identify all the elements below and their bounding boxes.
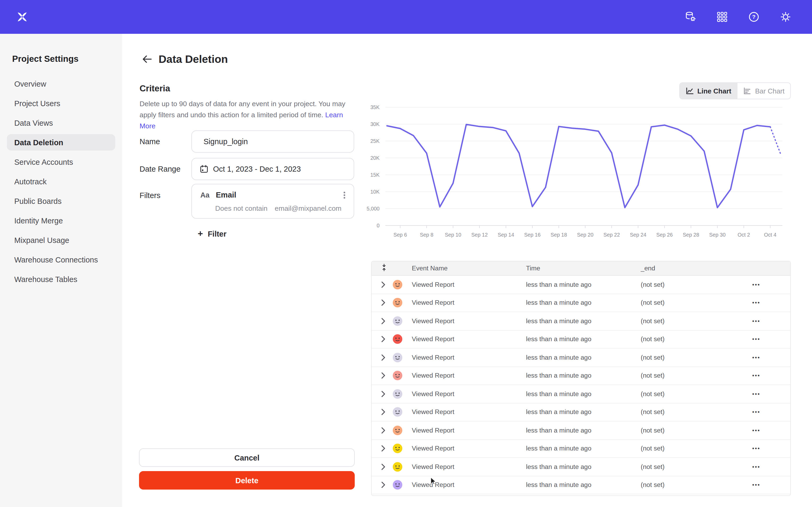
row-expand-chevron-icon[interactable] [380,444,387,453]
row-expand-chevron-icon[interactable] [380,317,387,325]
row-menu-icon[interactable]: ••• [752,355,760,360]
event-name-cell: Viewed Report [412,463,454,470]
mouse-cursor [430,477,437,487]
sidebar-nav: OverviewProject UsersData ViewsData Dele… [0,75,122,287]
avatar [393,353,402,362]
row-menu-icon[interactable]: ••• [752,391,760,397]
row-menu-icon[interactable]: ••• [752,428,760,433]
avatar [393,280,402,289]
avatar [393,407,402,417]
help-icon[interactable]: ? [743,6,764,27]
data-deletion-page: ? Project Settings OverviewProject Users… [0,0,812,507]
event-name-cell: Viewed Report [412,427,454,434]
row-expand-chevron-icon[interactable] [380,353,387,362]
filter-menu-icon[interactable] [343,191,346,200]
svg-text:Sep 16: Sep 16 [524,232,541,238]
sidebar-item-autotrack[interactable]: Autotrack [7,173,115,189]
sidebar-item-data-deletion[interactable]: Data Deletion [7,134,115,151]
filters-label: Filters [140,191,160,200]
end-cell: (not set) [641,281,664,288]
row-expand-chevron-icon[interactable] [380,481,387,489]
add-filter-button[interactable]: + Filter [196,227,229,240]
row-expand-chevron-icon[interactable] [380,335,387,344]
event-name-cell: Viewed Report [412,408,454,416]
string-type-icon: Aa [200,191,210,199]
table-row: Viewed Reportless than a minute ago(not … [372,440,790,458]
time-cell: less than a minute ago [526,408,591,416]
cancel-button[interactable]: Cancel [139,448,355,467]
table-row: Viewed Reportless than a minute ago(not … [372,403,790,421]
sort-rows-icon[interactable] [381,264,387,273]
filter-operator[interactable]: Does not contain [215,205,267,212]
tab-line-chart[interactable]: Line Chart [680,83,737,99]
sidebar-item-warehouse-connections[interactable]: Warehouse Connections [7,251,115,268]
row-expand-chevron-icon[interactable] [380,426,387,435]
row-menu-icon[interactable]: ••• [752,300,760,306]
sidebar-item-data-views[interactable]: Data Views [7,115,115,131]
svg-text:Sep 14: Sep 14 [498,232,514,238]
row-menu-icon[interactable]: ••• [752,482,760,488]
row-expand-chevron-icon[interactable] [380,408,387,416]
row-expand-chevron-icon[interactable] [380,390,387,398]
sidebar: Project Settings OverviewProject UsersDa… [0,34,122,507]
sidebar-item-identity-merge[interactable]: Identity Merge [7,212,115,229]
row-menu-icon[interactable]: ••• [752,464,760,470]
row-expand-chevron-icon[interactable] [380,463,387,471]
avatar [393,316,402,326]
time-cell: less than a minute ago [526,336,591,343]
apps-grid-icon[interactable] [712,6,733,27]
row-menu-icon[interactable]: ••• [752,318,760,324]
tab-bar-chart[interactable]: Bar Chart [737,83,790,99]
filter-card[interactable]: Aa Email Does not contain email@mixpanel… [191,184,354,219]
column-header-event-name[interactable]: Event Name [412,265,448,272]
events-line-chart: 05,00010K15K20K25K30K35KSep 6Sep 8Sep 10… [364,104,791,249]
date-range-field[interactable]: Oct 1, 2023 - Dec 1, 2023 [191,158,354,180]
end-cell: (not set) [641,390,664,398]
line-chart-icon [686,87,694,95]
sidebar-item-warehouse-tables[interactable]: Warehouse Tables [7,271,115,287]
table-row: Viewed Reportless than a minute ago(not … [372,349,790,367]
time-cell: less than a minute ago [526,482,591,489]
sidebar-item-project-users[interactable]: Project Users [7,95,115,111]
name-label: Name [140,137,160,146]
avatar [393,335,402,344]
svg-text:20K: 20K [370,155,379,161]
sidebar-item-label: Mixpanel Usage [14,236,69,244]
data-settings-icon[interactable] [680,6,701,27]
row-expand-chevron-icon[interactable] [380,299,387,307]
sidebar-item-label: Warehouse Connections [14,256,98,264]
name-input[interactable] [202,137,342,146]
event-name-cell: Viewed Report [412,445,454,452]
svg-text:Oct 2: Oct 2 [738,232,750,238]
row-menu-icon[interactable]: ••• [752,336,760,342]
column-header-time[interactable]: Time [526,265,540,272]
row-menu-icon[interactable]: ••• [752,409,760,415]
row-expand-chevron-icon[interactable] [380,280,387,289]
row-menu-icon[interactable]: ••• [752,373,760,379]
svg-text:Sep 22: Sep 22 [603,232,620,238]
settings-gear-icon[interactable] [775,6,796,27]
svg-text:5,000: 5,000 [367,206,379,212]
row-menu-icon[interactable]: ••• [752,282,760,288]
row-menu-icon[interactable]: ••• [752,446,760,452]
page-title: Data Deletion [159,53,228,65]
row-expand-chevron-icon[interactable] [380,372,387,380]
mixpanel-logo-icon[interactable] [16,11,29,23]
end-cell: (not set) [641,372,664,380]
delete-button[interactable]: Delete [139,471,355,490]
time-cell: less than a minute ago [526,463,591,470]
avatar [393,389,402,399]
table-row: Viewed Reportless than a minute ago(not … [372,367,790,385]
sidebar-item-mixpanel-usage[interactable]: Mixpanel Usage [7,232,115,248]
end-cell: (not set) [641,299,664,306]
date-range-label: Date Range [140,165,181,173]
column-header-end[interactable]: _end [641,265,655,272]
sidebar-item-overview[interactable]: Overview [7,75,115,92]
filter-value[interactable]: email@mixpanel.com [274,205,342,212]
svg-text:Oct 4: Oct 4 [764,232,776,238]
sidebar-item-service-accounts[interactable]: Service Accounts [7,154,115,170]
event-name-cell: Viewed Report [412,336,454,343]
avatar [393,426,402,435]
back-arrow-icon[interactable] [141,53,153,65]
sidebar-item-public-boards[interactable]: Public Boards [7,193,115,209]
